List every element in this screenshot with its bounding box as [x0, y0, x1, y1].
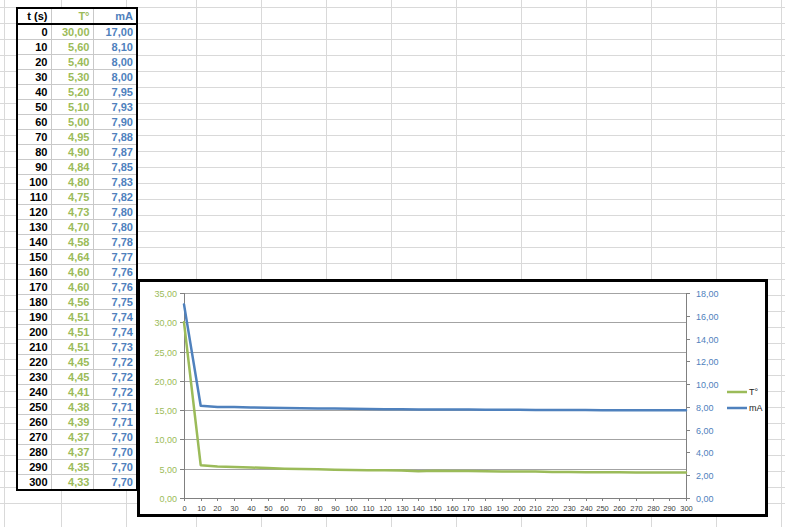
table-cell[interactable]: 200: [17, 325, 51, 340]
table-cell[interactable]: 270: [17, 430, 51, 445]
table-cell[interactable]: 140: [17, 235, 51, 250]
table-cell[interactable]: 70: [17, 130, 51, 145]
table-cell[interactable]: 110: [17, 190, 51, 205]
table-cell[interactable]: 4,45: [51, 370, 93, 385]
table-cell[interactable]: 7,70: [93, 460, 137, 475]
table-cell[interactable]: 7,70: [93, 445, 137, 460]
table-cell[interactable]: 20: [17, 55, 51, 70]
table-cell[interactable]: 7,95: [93, 85, 137, 100]
table-cell[interactable]: 100: [17, 175, 51, 190]
table-header-cell[interactable]: mA: [93, 8, 137, 24]
table-cell[interactable]: 7,88: [93, 130, 137, 145]
table-cell[interactable]: 8,00: [93, 70, 137, 85]
table-cell[interactable]: 4,51: [51, 310, 93, 325]
table-cell[interactable]: 4,84: [51, 160, 93, 175]
table-cell[interactable]: 7,71: [93, 400, 137, 415]
table-cell[interactable]: 240: [17, 385, 51, 400]
table-cell[interactable]: 60: [17, 115, 51, 130]
table-cell[interactable]: 4,45: [51, 355, 93, 370]
table-cell[interactable]: 230: [17, 370, 51, 385]
table-cell[interactable]: 7,70: [93, 430, 137, 445]
table-cell[interactable]: 7,76: [93, 265, 137, 280]
table-cell[interactable]: 7,93: [93, 100, 137, 115]
table-header-cell[interactable]: t (s): [17, 8, 51, 24]
table-cell[interactable]: 90: [17, 160, 51, 175]
table-cell[interactable]: 7,87: [93, 145, 137, 160]
table-cell[interactable]: 4,58: [51, 235, 93, 250]
table-cell[interactable]: 4,35: [51, 460, 93, 475]
table-cell[interactable]: 5,40: [51, 55, 93, 70]
table-cell[interactable]: 7,74: [93, 310, 137, 325]
table-cell[interactable]: 5,00: [51, 115, 93, 130]
table-cell[interactable]: 7,72: [93, 385, 137, 400]
table-cell[interactable]: 4,73: [51, 205, 93, 220]
table-cell[interactable]: 7,72: [93, 370, 137, 385]
table-cell[interactable]: 300: [17, 475, 51, 491]
table-cell[interactable]: 4,56: [51, 295, 93, 310]
table-cell[interactable]: 30: [17, 70, 51, 85]
table-cell[interactable]: 4,37: [51, 445, 93, 460]
table-cell[interactable]: 7,75: [93, 295, 137, 310]
table-cell[interactable]: 10: [17, 40, 51, 55]
legend-label[interactable]: T°: [749, 387, 758, 397]
table-cell[interactable]: 17,00: [93, 24, 137, 40]
table-cell[interactable]: 80: [17, 145, 51, 160]
table-cell[interactable]: 4,95: [51, 130, 93, 145]
table-cell[interactable]: 4,80: [51, 175, 93, 190]
table-cell[interactable]: 290: [17, 460, 51, 475]
table-cell[interactable]: 4,60: [51, 280, 93, 295]
table-cell[interactable]: 4,70: [51, 220, 93, 235]
table-cell[interactable]: 7,77: [93, 250, 137, 265]
table-cell[interactable]: 250: [17, 400, 51, 415]
table-cell[interactable]: 7,82: [93, 190, 137, 205]
table-cell[interactable]: 180: [17, 295, 51, 310]
table-header-cell[interactable]: T°: [51, 8, 93, 24]
table-cell[interactable]: 7,80: [93, 205, 137, 220]
table-cell[interactable]: 210: [17, 340, 51, 355]
table-cell[interactable]: 8,00: [93, 55, 137, 70]
table-cell[interactable]: 5,30: [51, 70, 93, 85]
table-cell[interactable]: 7,76: [93, 280, 137, 295]
table-cell[interactable]: 7,70: [93, 475, 137, 491]
table-cell[interactable]: 4,51: [51, 325, 93, 340]
table-cell[interactable]: 7,80: [93, 220, 137, 235]
table-cell[interactable]: 7,83: [93, 175, 137, 190]
table-cell[interactable]: 5,20: [51, 85, 93, 100]
table-cell[interactable]: 4,51: [51, 340, 93, 355]
table-cell[interactable]: 4,60: [51, 265, 93, 280]
table-cell[interactable]: 7,74: [93, 325, 137, 340]
table-cell[interactable]: 40: [17, 85, 51, 100]
table-cell[interactable]: 4,64: [51, 250, 93, 265]
table-cell[interactable]: 4,33: [51, 475, 93, 491]
table-cell[interactable]: 7,73: [93, 340, 137, 355]
table-cell[interactable]: 220: [17, 355, 51, 370]
table-cell[interactable]: 7,72: [93, 355, 137, 370]
table-cell[interactable]: 280: [17, 445, 51, 460]
chart[interactable]: 0,005,0010,0015,0020,0025,0030,0035,000,…: [137, 279, 768, 517]
table-cell[interactable]: 7,78: [93, 235, 137, 250]
data-table[interactable]: t (s)T°mA 030,0017,00105,608,10205,408,0…: [16, 7, 138, 491]
table-cell[interactable]: 0: [17, 24, 51, 40]
table-cell[interactable]: 7,90: [93, 115, 137, 130]
table-cell[interactable]: 4,38: [51, 400, 93, 415]
table-cell[interactable]: 50: [17, 100, 51, 115]
legend-label[interactable]: mA: [749, 403, 763, 413]
table-cell[interactable]: 150: [17, 250, 51, 265]
table-cell[interactable]: 7,85: [93, 160, 137, 175]
table-cell[interactable]: 5,10: [51, 100, 93, 115]
table-cell[interactable]: 8,10: [93, 40, 137, 55]
table-cell[interactable]: 260: [17, 415, 51, 430]
table-cell[interactable]: 5,60: [51, 40, 93, 55]
table-cell[interactable]: 190: [17, 310, 51, 325]
table-cell[interactable]: 130: [17, 220, 51, 235]
table-cell[interactable]: 30,00: [51, 24, 93, 40]
table-cell[interactable]: 170: [17, 280, 51, 295]
table-cell[interactable]: 4,75: [51, 190, 93, 205]
table-cell[interactable]: 160: [17, 265, 51, 280]
table-cell[interactable]: 120: [17, 205, 51, 220]
table-cell[interactable]: 4,90: [51, 145, 93, 160]
table-cell[interactable]: 4,41: [51, 385, 93, 400]
table-cell[interactable]: 7,71: [93, 415, 137, 430]
table-cell[interactable]: 4,37: [51, 430, 93, 445]
table-cell[interactable]: 4,39: [51, 415, 93, 430]
